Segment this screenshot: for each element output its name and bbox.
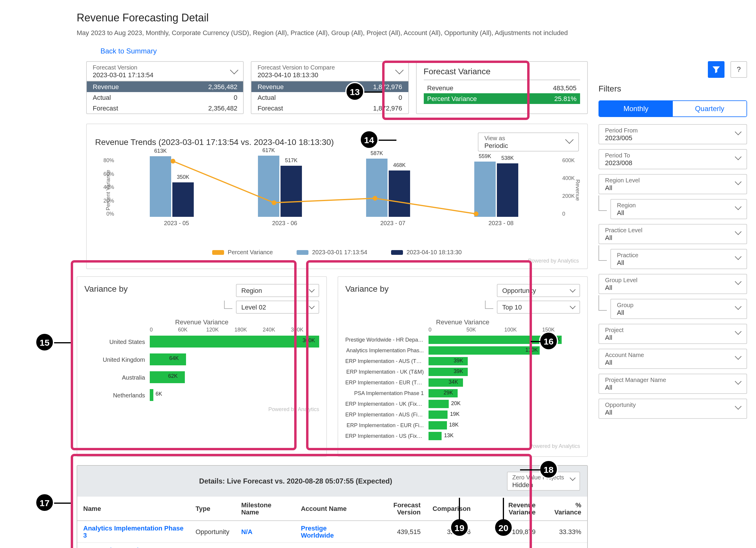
variance-topn-select[interactable]: Top 10 xyxy=(497,300,580,314)
segment-quarterly[interactable]: Quarterly xyxy=(673,101,746,117)
powered-by-text: Powered by Analytics xyxy=(345,443,580,449)
col-forecast-version[interactable]: Forecast Version xyxy=(365,497,427,521)
select-label: Forecast Version xyxy=(93,64,153,71)
callout-13: 13 xyxy=(345,82,364,101)
filter-select[interactable]: PracticeAll xyxy=(610,249,747,269)
chevron-down-icon xyxy=(735,129,742,136)
callout-15: 15 xyxy=(35,333,54,352)
project-link[interactable]: Analytics Implementation Phase 3 xyxy=(83,525,183,539)
details-table-card: Details: Live Forecast vs. 2020-08-28 05… xyxy=(77,465,588,548)
col-name[interactable]: Name xyxy=(77,497,190,521)
chevron-down-icon xyxy=(735,328,742,335)
milestone-link[interactable]: N/A xyxy=(241,528,253,535)
filter-select[interactable]: Account NameAll xyxy=(599,349,747,369)
hbar-row: ERP Implementation - AUS (T&...39K xyxy=(345,356,580,366)
y-axis-left-ticks: 80%60%40%20%0% xyxy=(99,158,114,217)
col-pct-variance[interactable]: % Variance xyxy=(541,497,587,521)
chevron-down-icon xyxy=(735,179,742,185)
bar-group: 587K 468K 2023 - 07 xyxy=(366,158,420,217)
hbar-row: United Kingdom64K xyxy=(84,353,319,366)
view-as-select[interactable]: View as Periodic xyxy=(478,133,579,152)
hbar-row: Australia62K xyxy=(84,371,319,384)
account-link[interactable]: Prestige Worldwide xyxy=(301,525,334,539)
trends-chart: Percent Variance Revenue 80%60%40%20%0% … xyxy=(116,158,561,235)
revenue-header-row: Revenue1,872,976 xyxy=(252,81,408,92)
filter-select[interactable]: Project Manager NameAll xyxy=(599,374,747,394)
chevron-down-icon xyxy=(570,475,576,481)
powered-by-text: Powered by Analytics xyxy=(84,406,319,412)
filter-select[interactable]: OpportunityAll xyxy=(599,399,747,419)
chevron-down-icon xyxy=(395,66,403,74)
funnel-icon xyxy=(712,65,720,74)
page-title: Revenue Forecasting Detail xyxy=(77,12,747,24)
filter-select[interactable]: Period To2023/008 xyxy=(599,149,747,169)
region-bar-chart: Revenue Variance 060K120K180K240K300K Un… xyxy=(84,318,319,401)
question-icon: ? xyxy=(737,65,741,74)
y-axis-right-ticks: 600K400K200K0 xyxy=(562,158,579,217)
revenue-header-row: Revenue2,356,482 xyxy=(87,81,243,92)
filter-select[interactable]: Region LevelAll xyxy=(599,174,747,194)
filter-select[interactable]: GroupAll xyxy=(610,299,747,319)
variance-dimension-select[interactable]: Region xyxy=(236,284,319,297)
chevron-down-icon xyxy=(735,403,742,410)
select-label: Zero Value Projects xyxy=(512,474,564,481)
select-value: 2023-03-01 17:13:54 xyxy=(93,71,153,78)
col-type[interactable]: Type xyxy=(190,497,235,521)
bar-group: 617K 517K 2023 - 06 xyxy=(258,158,311,217)
variance-dimension-select[interactable]: Opportunity xyxy=(497,284,580,297)
help-button[interactable]: ? xyxy=(730,61,747,78)
hbar-row: ERP Implementation - UK (T&M)39K xyxy=(345,367,580,377)
col-revenue-variance[interactable]: Revenue Variance xyxy=(477,497,542,521)
variance-level-select[interactable]: Level 02 xyxy=(236,300,319,314)
col-comparison[interactable]: Comparison xyxy=(426,497,476,521)
period-segment: Monthly Quarterly xyxy=(599,100,747,117)
select-label: View as xyxy=(484,135,562,142)
chevron-down-icon xyxy=(309,303,315,309)
col-milestone[interactable]: Milestone Name xyxy=(235,497,295,521)
chevron-down-icon xyxy=(735,229,742,235)
chart-title: Revenue Variance xyxy=(84,318,319,325)
filter-select[interactable]: Period From2023/005 xyxy=(599,124,747,144)
filter-toggle-button[interactable] xyxy=(708,61,725,78)
hbar-row: ERP Implementation - US (Fixed)13K xyxy=(345,431,580,441)
chevron-down-icon xyxy=(230,66,239,74)
project-link[interactable]: ERP Implementation - AUS (Fixed) xyxy=(83,547,166,548)
chevron-down-icon xyxy=(735,353,742,360)
card-title: Forecast Variance xyxy=(423,67,580,80)
select-value: Hidden xyxy=(512,481,564,488)
chevron-down-icon xyxy=(735,254,742,260)
back-to-summary-link[interactable]: Back to Summary xyxy=(100,47,157,55)
revenue-trends-card: Revenue Trends (2023-03-01 17:13:54 vs. … xyxy=(86,124,588,269)
card-title: Variance by xyxy=(345,284,389,293)
actual-row: Actual0 xyxy=(87,92,243,103)
forecast-version-compare-select[interactable]: Forecast Version to Compare 2023-04-10 1… xyxy=(252,62,408,81)
select-value: Periodic xyxy=(484,142,562,149)
card-title: Revenue Trends (2023-03-01 17:13:54 vs. … xyxy=(95,137,334,147)
chevron-down-icon xyxy=(735,278,742,285)
callout-20: 20 xyxy=(494,518,513,537)
filter-summary-text: May 2023 to Aug 2023, Monthly, Corporate… xyxy=(77,29,747,36)
variance-percent-row: Percent Variance25.81% xyxy=(423,93,580,104)
forecast-row: Forecast1,872,976 xyxy=(252,103,408,114)
hbar-row: Netherlands6K xyxy=(84,388,319,401)
filter-select[interactable]: ProjectAll xyxy=(599,324,747,344)
chevron-down-icon xyxy=(570,303,576,309)
forecast-row: Forecast2,356,482 xyxy=(87,103,243,114)
chevron-down-icon xyxy=(735,154,742,160)
bar-group: 613K 350K 2023 - 05 xyxy=(150,158,203,217)
chart-legend: Percent Variance 2023-03-01 17:13:54 202… xyxy=(95,249,579,256)
hbar-row: ERP Implementation - EUR (Fi...18K xyxy=(345,421,580,430)
hbar-row: ERP Implementation - EUR (T&...34K xyxy=(345,378,580,387)
select-label: Forecast Version to Compare xyxy=(258,64,335,71)
callout-18: 18 xyxy=(539,460,558,479)
filter-select[interactable]: RegionAll xyxy=(610,199,747,219)
forecast-version-compare-card: Forecast Version to Compare 2023-04-10 1… xyxy=(251,61,409,114)
filter-select[interactable]: Practice LevelAll xyxy=(599,224,747,244)
chevron-down-icon xyxy=(565,136,574,144)
segment-monthly[interactable]: Monthly xyxy=(599,101,673,117)
forecast-version-select[interactable]: Forecast Version 2023-03-01 17:13:54 xyxy=(87,62,243,81)
filter-select[interactable]: Group LevelAll xyxy=(599,274,747,294)
variance-revenue-row: Revenue483,505 xyxy=(423,83,580,93)
callout-16: 16 xyxy=(539,331,558,350)
col-account[interactable]: Account Name xyxy=(295,497,364,521)
